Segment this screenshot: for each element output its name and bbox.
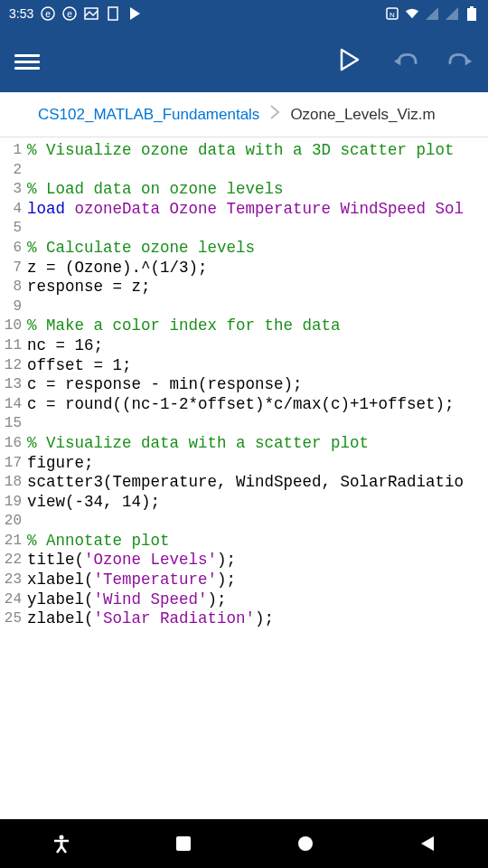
- code-line[interactable]: 4load ozoneData Ozone Temperature WindSp…: [0, 200, 488, 220]
- line-number: 1: [0, 141, 27, 161]
- line-number: 4: [0, 200, 27, 220]
- code-line[interactable]: 6% Calculate ozone levels: [0, 239, 488, 259]
- code-line[interactable]: 5: [0, 219, 488, 239]
- code-content[interactable]: [27, 297, 488, 317]
- code-content[interactable]: load ozoneData Ozone Temperature WindSpe…: [27, 200, 488, 220]
- svg-point-16: [59, 835, 63, 840]
- code-content[interactable]: % Visualize ozone data with a 3D scatter…: [27, 141, 488, 161]
- code-line[interactable]: 16% Visualize data with a scatter plot: [0, 434, 488, 454]
- code-line[interactable]: 11nc = 16;: [0, 336, 488, 356]
- home-button[interactable]: [295, 833, 316, 854]
- code-line[interactable]: 10% Make a color index for the data: [0, 316, 488, 336]
- undo-button[interactable]: [392, 47, 418, 72]
- redo-button[interactable]: [448, 47, 474, 72]
- sim-icon: [106, 6, 120, 21]
- code-content[interactable]: [27, 219, 488, 239]
- breadcrumb: CS102_MATLAB_Fundamentals Ozone_Levels_V…: [0, 92, 488, 137]
- line-number: 14: [0, 395, 27, 415]
- code-line[interactable]: 9: [0, 297, 488, 317]
- code-line[interactable]: 14c = round((nc-1-2*offset)*c/max(c)+1+o…: [0, 395, 488, 415]
- code-line[interactable]: 22title('Ozone Levels');: [0, 551, 488, 571]
- line-number: 12: [0, 356, 27, 376]
- code-line[interactable]: 3% Load data on ozone levels: [0, 180, 488, 200]
- line-number: 2: [0, 161, 27, 181]
- code-content[interactable]: c = response - min(response);: [27, 375, 488, 395]
- code-content[interactable]: [27, 512, 488, 532]
- svg-rect-5: [108, 7, 117, 20]
- code-content[interactable]: [27, 161, 488, 181]
- line-number: 13: [0, 375, 27, 395]
- code-content[interactable]: [27, 414, 488, 434]
- app-bar: [0, 27, 488, 92]
- code-content[interactable]: xlabel('Temperature');: [27, 571, 488, 590]
- battery-icon: [465, 6, 479, 21]
- code-content[interactable]: scatter3(Temperature, WindSpeed, SolarRa…: [27, 473, 488, 493]
- code-content[interactable]: % Visualize data with a scatter plot: [27, 434, 488, 454]
- code-line[interactable]: 19view(-34, 14);: [0, 493, 488, 513]
- breadcrumb-file[interactable]: Ozone_Levels_Viz.m: [290, 106, 435, 124]
- line-number: 9: [0, 297, 27, 317]
- svg-marker-14: [394, 57, 400, 65]
- chevron-right-icon: [268, 103, 281, 126]
- code-line[interactable]: 21% Annotate plot: [0, 532, 488, 552]
- code-line[interactable]: 7z = (Ozone).^(1/3);: [0, 259, 488, 278]
- code-line[interactable]: 12offset = 1;: [0, 356, 488, 376]
- code-content[interactable]: % Annotate plot: [27, 532, 488, 552]
- line-number: 8: [0, 278, 27, 297]
- back-button[interactable]: [417, 833, 438, 854]
- code-line[interactable]: 25zlabel('Solar Radiation');: [0, 609, 488, 629]
- code-content[interactable]: % Load data on ozone levels: [27, 180, 488, 200]
- code-content[interactable]: ylabel('Wind Speed');: [27, 590, 488, 610]
- code-line[interactable]: 24ylabel('Wind Speed');: [0, 590, 488, 610]
- code-content[interactable]: view(-34, 14);: [27, 493, 488, 513]
- code-content[interactable]: % Calculate ozone levels: [27, 239, 488, 259]
- line-number: 24: [0, 590, 27, 610]
- svg-text:e: e: [45, 9, 51, 19]
- menu-icon[interactable]: [14, 51, 40, 69]
- line-number: 15: [0, 414, 27, 434]
- code-content[interactable]: nc = 16;: [27, 336, 488, 356]
- svg-marker-13: [342, 50, 358, 70]
- nfc-icon: N: [385, 6, 399, 21]
- play-store-icon: [127, 6, 142, 21]
- signal-icon-2: [445, 6, 459, 21]
- code-line[interactable]: 15: [0, 414, 488, 434]
- line-number: 3: [0, 180, 27, 200]
- android-nav-bar: [0, 819, 488, 868]
- line-number: 10: [0, 316, 27, 336]
- breadcrumb-folder[interactable]: CS102_MATLAB_Fundamentals: [38, 106, 259, 124]
- code-editor[interactable]: 1% Visualize ozone data with a 3D scatte…: [0, 137, 488, 633]
- svg-marker-9: [426, 7, 438, 20]
- line-number: 11: [0, 336, 27, 356]
- svg-marker-23: [421, 836, 434, 851]
- svg-rect-11: [467, 8, 476, 21]
- accessibility-button[interactable]: [51, 833, 72, 854]
- code-content[interactable]: response = z;: [27, 278, 488, 297]
- line-number: 7: [0, 259, 27, 278]
- line-number: 21: [0, 532, 27, 552]
- svg-marker-10: [446, 7, 458, 20]
- line-number: 22: [0, 551, 27, 571]
- svg-rect-21: [176, 836, 191, 851]
- code-line[interactable]: 1% Visualize ozone data with a 3D scatte…: [0, 141, 488, 161]
- code-line[interactable]: 13c = response - min(response);: [0, 375, 488, 395]
- code-content[interactable]: title('Ozone Levels');: [27, 551, 488, 571]
- code-content[interactable]: zlabel('Solar Radiation');: [27, 609, 488, 629]
- recent-apps-button[interactable]: [173, 833, 194, 854]
- line-number: 25: [0, 609, 27, 629]
- code-line[interactable]: 17figure;: [0, 454, 488, 474]
- code-line[interactable]: 23xlabel('Temperature');: [0, 571, 488, 590]
- code-content[interactable]: offset = 1;: [27, 356, 488, 376]
- run-button[interactable]: [336, 47, 361, 72]
- line-number: 17: [0, 454, 27, 474]
- code-line[interactable]: 20: [0, 512, 488, 532]
- code-content[interactable]: % Make a color index for the data: [27, 316, 488, 336]
- code-line[interactable]: 2: [0, 161, 488, 181]
- code-content[interactable]: c = round((nc-1-2*offset)*c/max(c)+1+off…: [27, 395, 488, 415]
- code-content[interactable]: z = (Ozone).^(1/3);: [27, 259, 488, 278]
- code-content[interactable]: figure;: [27, 454, 488, 474]
- code-line[interactable]: 8response = z;: [0, 278, 488, 297]
- code-line[interactable]: 18scatter3(Temperature, WindSpeed, Solar…: [0, 473, 488, 493]
- image-icon: [84, 6, 99, 21]
- svg-marker-6: [130, 7, 140, 20]
